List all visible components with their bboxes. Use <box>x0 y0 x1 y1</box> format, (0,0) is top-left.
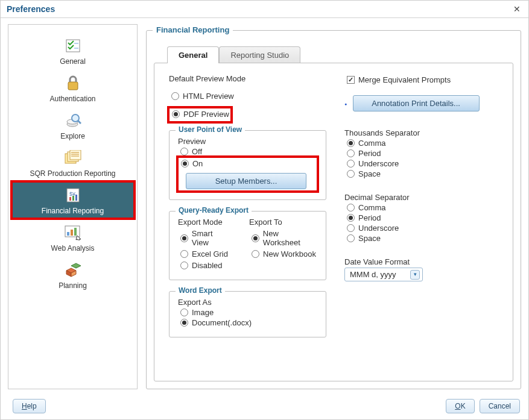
bullet-icon: ● <box>344 102 347 106</box>
export-to-label: Export To <box>249 218 317 227</box>
main-panel: Financial Reporting General Reporting St… <box>146 24 521 389</box>
radio-thousands-comma[interactable]: Comma <box>347 139 502 148</box>
right-column: ✓ Merge Equivalent Prompts ● Annotation … <box>344 74 502 370</box>
radio-icon <box>180 148 188 155</box>
sidebar-item-label: Explore <box>60 132 85 140</box>
sidebar-item-web-analysis[interactable]: Web Analysis <box>13 220 133 255</box>
dialog-title: Preferences <box>7 4 55 14</box>
radio-icon <box>180 234 188 242</box>
thousands-label: Thousands Separator <box>344 128 502 137</box>
sidebar-item-label: SQR Production Reporting <box>30 169 115 178</box>
radio-thousands-space[interactable]: Space <box>347 169 502 178</box>
radio-label: New Workbook <box>263 249 316 259</box>
checkbox-icon: ✓ <box>347 76 355 84</box>
radio-label: Period <box>358 213 381 222</box>
lock-icon <box>63 74 83 92</box>
radio-label: Image <box>192 308 214 317</box>
radio-decimal-comma[interactable]: Comma <box>347 203 502 212</box>
svg-line-7 <box>78 121 81 124</box>
financial-reporting-group: Financial Reporting General Reporting St… <box>146 30 521 389</box>
date-format-select[interactable]: MMM d, yyyy <box>344 268 423 281</box>
group-legend: User Point of View <box>176 125 245 134</box>
radio-smart-view[interactable]: Smart View <box>180 229 231 247</box>
chart-cursor-icon <box>63 224 83 242</box>
radio-label: Excel Grid <box>192 249 228 259</box>
radio-label: Disabled <box>192 261 223 270</box>
ok-button[interactable]: OK <box>446 399 474 413</box>
radio-preview-off[interactable]: Off <box>180 147 317 156</box>
preview-label: Preview <box>178 137 317 146</box>
radio-decimal-space[interactable]: Space <box>347 234 502 243</box>
svg-rect-10 <box>70 150 81 160</box>
radio-icon <box>180 262 188 269</box>
annotation-print-button[interactable]: Annotation Print Details... <box>353 95 480 111</box>
radio-icon <box>347 214 355 222</box>
radio-thousands-period[interactable]: Period <box>347 149 502 158</box>
radio-label: Document(.docx) <box>192 318 252 327</box>
dialog-body: General Authentication Explore SQR Produ… <box>1 18 528 394</box>
sidebar-item-general[interactable]: General <box>13 33 133 68</box>
radio-thousands-underscore[interactable]: Underscore <box>347 159 502 168</box>
tab-strip: General Reporting Studio <box>167 46 513 63</box>
radio-icon <box>180 319 188 327</box>
sidebar-item-sqr[interactable]: SQR Production Reporting <box>13 145 133 180</box>
date-format-label: Date Value Format <box>344 257 502 266</box>
help-button[interactable]: Help <box>13 399 46 413</box>
merge-prompts-checkbox[interactable]: ✓ Merge Equivalent Prompts <box>347 75 502 84</box>
radio-label: Smart View <box>192 229 231 247</box>
magnifier-cylinder-icon <box>63 111 83 130</box>
radio-icon <box>347 139 355 147</box>
documents-icon <box>63 149 83 167</box>
radio-new-workbook[interactable]: New Workbook <box>252 249 317 259</box>
boxes-icon <box>63 261 83 279</box>
radio-disabled[interactable]: Disabled <box>180 261 231 270</box>
svg-rect-3 <box>68 82 78 90</box>
radio-decimal-underscore[interactable]: Underscore <box>347 224 502 233</box>
sidebar: General Authentication Explore SQR Produ… <box>8 24 138 389</box>
sidebar-item-label: Planning <box>59 281 87 290</box>
radio-pdf-preview[interactable]: PDF Preview <box>172 110 229 119</box>
pdf-preview-highlight: PDF Preview <box>167 106 233 124</box>
radio-label: New Worksheet <box>263 229 317 247</box>
group-legend: Query-Ready Export <box>176 206 252 215</box>
tab-body: Default Preview Mode HTML Preview PDF Pr… <box>154 63 513 381</box>
decimal-label: Decimal Separator <box>344 193 502 202</box>
svg-rect-18 <box>75 195 77 201</box>
radio-label: Comma <box>358 203 386 212</box>
radio-icon <box>347 170 355 178</box>
tab-general[interactable]: General <box>167 46 219 63</box>
ok-rest: K <box>461 402 466 410</box>
radio-label: On <box>192 159 203 168</box>
radio-icon <box>347 149 355 157</box>
sidebar-item-explore[interactable]: Explore <box>13 108 133 143</box>
radio-docx[interactable]: Document(.docx) <box>180 318 317 327</box>
group-legend: Financial Reporting <box>153 25 233 34</box>
setup-members-button[interactable]: Setup Members... <box>186 173 306 189</box>
checkbox-label: Merge Equivalent Prompts <box>358 75 451 84</box>
left-column: Default Preview Mode HTML Preview PDF Pr… <box>169 74 326 370</box>
radio-decimal-period[interactable]: Period <box>347 213 502 222</box>
sidebar-item-planning[interactable]: Planning <box>13 257 133 292</box>
user-pov-group: User Point of View Preview Off On <box>169 130 326 200</box>
tab-reporting-studio[interactable]: Reporting Studio <box>219 46 300 63</box>
radio-label: Comma <box>358 139 386 148</box>
sidebar-item-financial-reporting[interactable]: $¥ Financial Reporting <box>13 183 133 218</box>
svg-rect-21 <box>71 230 73 236</box>
radio-label: Underscore <box>358 159 399 168</box>
svg-rect-16 <box>69 197 71 201</box>
svg-rect-17 <box>72 196 74 201</box>
sidebar-item-authentication[interactable]: Authentication <box>13 71 133 105</box>
sidebar-item-label: Authentication <box>49 95 95 103</box>
radio-label: Space <box>358 234 381 243</box>
radio-excel-grid[interactable]: Excel Grid <box>180 249 231 259</box>
radio-preview-on[interactable]: On <box>181 159 315 168</box>
default-preview-label: Default Preview Mode <box>169 74 326 83</box>
radio-icon <box>347 204 355 212</box>
export-as-label: Export As <box>178 298 317 307</box>
radio-new-worksheet[interactable]: New Worksheet <box>252 229 317 247</box>
radio-html-preview[interactable]: HTML Preview <box>171 92 326 101</box>
radio-label: Space <box>358 169 381 178</box>
close-icon[interactable]: ✕ <box>512 4 522 14</box>
radio-image[interactable]: Image <box>180 308 317 317</box>
cancel-button[interactable]: Cancel <box>480 399 520 413</box>
